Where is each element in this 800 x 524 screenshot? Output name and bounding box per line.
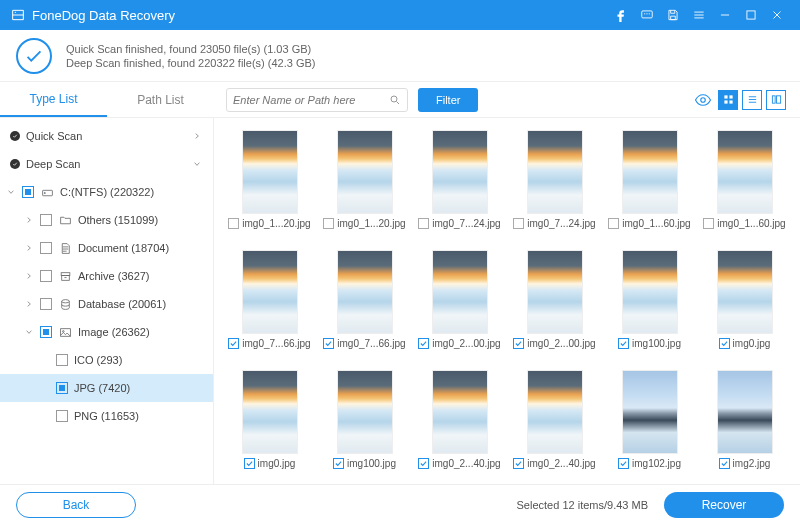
- thumbnail-item[interactable]: img0_2...00.jpg: [414, 246, 505, 360]
- thumbnail-item[interactable]: img0_2...00.jpg: [509, 246, 600, 360]
- tab-type-list[interactable]: Type List: [0, 82, 107, 117]
- view-list-button[interactable]: [742, 90, 762, 110]
- thumbnail-checkbox[interactable]: [703, 218, 714, 229]
- thumbnail-filename: img0_7...66.jpg: [242, 338, 310, 349]
- thumbnail-filename: img2.jpg: [733, 458, 771, 469]
- sidebar-label: Others (151099): [78, 214, 203, 226]
- thumbnail-checkbox[interactable]: [513, 458, 524, 469]
- view-detail-button[interactable]: [766, 90, 786, 110]
- thumbnail-checkbox[interactable]: [323, 338, 334, 349]
- thumbnail-item[interactable]: img0.jpg: [699, 246, 790, 360]
- checkbox[interactable]: [56, 382, 68, 394]
- sidebar-image[interactable]: Image (26362): [0, 318, 213, 346]
- sidebar-ico[interactable]: ICO (293): [0, 346, 213, 374]
- thumbnail-checkbox[interactable]: [608, 218, 619, 229]
- thumbnail-checkbox[interactable]: [244, 458, 255, 469]
- sidebar-label: C:(NTFS) (220322): [60, 186, 203, 198]
- thumbnail-checkbox[interactable]: [333, 458, 344, 469]
- minimize-icon[interactable]: [712, 0, 738, 30]
- thumbnail-checkbox[interactable]: [323, 218, 334, 229]
- titlebar: FoneDog Data Recovery: [0, 0, 800, 30]
- svg-rect-7: [724, 100, 727, 103]
- thumbnail-item[interactable]: img0_1...60.jpg: [604, 126, 695, 240]
- sidebar-others[interactable]: Others (151099): [0, 206, 213, 234]
- thumbnail-item[interactable]: img0_1...20.jpg: [319, 126, 410, 240]
- thumbnail-item[interactable]: img100.jpg: [604, 246, 695, 360]
- thumbnail-filename: img0_1...20.jpg: [242, 218, 310, 229]
- thumbnail-checkbox[interactable]: [418, 338, 429, 349]
- thumbnail-filename: img0_2...40.jpg: [527, 458, 595, 469]
- close-icon[interactable]: [764, 0, 790, 30]
- database-icon: [58, 297, 72, 311]
- thumbnail-checkbox[interactable]: [719, 458, 730, 469]
- sidebar-label: JPG (7420): [74, 382, 203, 394]
- thumbnail-checkbox[interactable]: [618, 338, 629, 349]
- sidebar-label: Image (26362): [78, 326, 203, 338]
- preview-toggle-icon[interactable]: [692, 89, 714, 111]
- sidebar-jpg[interactable]: JPG (7420): [0, 374, 213, 402]
- thumbnail-item[interactable]: img102.jpg: [604, 366, 695, 480]
- checkbox[interactable]: [40, 298, 52, 310]
- feedback-icon[interactable]: [634, 0, 660, 30]
- checkbox[interactable]: [40, 242, 52, 254]
- list-tabs: Type List Path List: [0, 82, 214, 117]
- view-grid-button[interactable]: [718, 90, 738, 110]
- facebook-icon[interactable]: [608, 0, 634, 30]
- sidebar-archive[interactable]: Archive (3627): [0, 262, 213, 290]
- tab-path-list[interactable]: Path List: [107, 82, 214, 117]
- thumbnail-checkbox[interactable]: [418, 458, 429, 469]
- chevron-right-icon: [24, 272, 34, 280]
- image-icon: [58, 325, 72, 339]
- thumbnail-image: [337, 250, 393, 334]
- svg-point-0: [15, 12, 16, 13]
- checkbox[interactable]: [22, 186, 34, 198]
- sidebar-drive[interactable]: C:(NTFS) (220322): [0, 178, 213, 206]
- checkbox[interactable]: [56, 410, 68, 422]
- svg-point-12: [44, 192, 45, 193]
- search-input[interactable]: [233, 94, 389, 106]
- recover-button[interactable]: Recover: [664, 492, 784, 518]
- thumbnail-item[interactable]: img0_1...20.jpg: [224, 126, 315, 240]
- thumbnail-item[interactable]: img100.jpg: [319, 366, 410, 480]
- thumbnail-item[interactable]: img0_7...66.jpg: [319, 246, 410, 360]
- thumbnail-item[interactable]: img0_7...66.jpg: [224, 246, 315, 360]
- thumbnail-checkbox[interactable]: [228, 338, 239, 349]
- filter-button[interactable]: Filter: [418, 88, 478, 112]
- thumbnail-item[interactable]: img0_1...60.jpg: [699, 126, 790, 240]
- thumbnail-checkbox[interactable]: [618, 458, 629, 469]
- checkbox[interactable]: [40, 270, 52, 282]
- save-icon[interactable]: [660, 0, 686, 30]
- thumbnail-item[interactable]: img0.jpg: [224, 366, 315, 480]
- thumbnail-filename: img0_1...20.jpg: [337, 218, 405, 229]
- scan-result-banner: Quick Scan finished, found 23050 file(s)…: [0, 30, 800, 82]
- svg-rect-9: [772, 96, 775, 103]
- thumbnail-item[interactable]: img0_2...40.jpg: [509, 366, 600, 480]
- thumbnail-checkbox[interactable]: [719, 338, 730, 349]
- checkbox[interactable]: [56, 354, 68, 366]
- thumbnail-checkbox[interactable]: [513, 338, 524, 349]
- thumbnail-checkbox[interactable]: [228, 218, 239, 229]
- thumbnail-item[interactable]: img2.jpg: [699, 366, 790, 480]
- search-input-wrapper[interactable]: [226, 88, 408, 112]
- sidebar-deep-scan[interactable]: Deep Scan: [0, 150, 213, 178]
- maximize-icon[interactable]: [738, 0, 764, 30]
- thumbnail-checkbox[interactable]: [513, 218, 524, 229]
- svg-rect-2: [747, 11, 755, 19]
- thumbnail-item[interactable]: img0_2...40.jpg: [414, 366, 505, 480]
- checkbox[interactable]: [40, 326, 52, 338]
- sidebar-label: Quick Scan: [26, 130, 187, 142]
- sidebar-png[interactable]: PNG (11653): [0, 402, 213, 430]
- thumbnail-filename: img0_2...00.jpg: [527, 338, 595, 349]
- thumbnail-item[interactable]: img0_7...24.jpg: [509, 126, 600, 240]
- thumbnail-item[interactable]: img0_7...24.jpg: [414, 126, 505, 240]
- thumbnail-checkbox[interactable]: [418, 218, 429, 229]
- footer: Back Selected 12 items/9.43 MB Recover: [0, 484, 800, 524]
- menu-icon[interactable]: [686, 0, 712, 30]
- sidebar-document[interactable]: Document (18704): [0, 234, 213, 262]
- svg-rect-1: [642, 11, 653, 18]
- checkbox[interactable]: [40, 214, 52, 226]
- sidebar-database[interactable]: Database (20061): [0, 290, 213, 318]
- sidebar-quick-scan[interactable]: Quick Scan: [0, 122, 213, 150]
- chevron-right-icon: [24, 244, 34, 252]
- back-button[interactable]: Back: [16, 492, 136, 518]
